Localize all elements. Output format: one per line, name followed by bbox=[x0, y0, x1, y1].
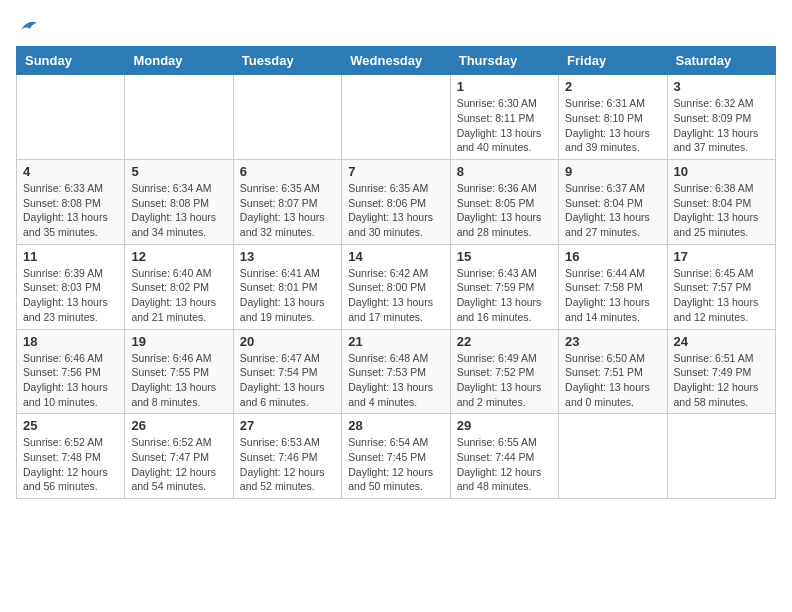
day-info: Sunrise: 6:35 AM Sunset: 8:07 PM Dayligh… bbox=[240, 181, 335, 240]
calendar-cell bbox=[17, 75, 125, 160]
day-header-wednesday: Wednesday bbox=[342, 47, 450, 75]
calendar-cell: 16Sunrise: 6:44 AM Sunset: 7:58 PM Dayli… bbox=[559, 244, 667, 329]
day-number: 18 bbox=[23, 334, 118, 349]
day-info: Sunrise: 6:35 AM Sunset: 8:06 PM Dayligh… bbox=[348, 181, 443, 240]
logo-bird-icon bbox=[18, 16, 38, 36]
calendar-cell: 10Sunrise: 6:38 AM Sunset: 8:04 PM Dayli… bbox=[667, 160, 775, 245]
calendar-cell: 28Sunrise: 6:54 AM Sunset: 7:45 PM Dayli… bbox=[342, 414, 450, 499]
day-info: Sunrise: 6:45 AM Sunset: 7:57 PM Dayligh… bbox=[674, 266, 769, 325]
calendar-cell: 21Sunrise: 6:48 AM Sunset: 7:53 PM Dayli… bbox=[342, 329, 450, 414]
day-number: 1 bbox=[457, 79, 552, 94]
day-header-monday: Monday bbox=[125, 47, 233, 75]
calendar-cell: 26Sunrise: 6:52 AM Sunset: 7:47 PM Dayli… bbox=[125, 414, 233, 499]
day-info: Sunrise: 6:31 AM Sunset: 8:10 PM Dayligh… bbox=[565, 96, 660, 155]
calendar-cell: 13Sunrise: 6:41 AM Sunset: 8:01 PM Dayli… bbox=[233, 244, 341, 329]
day-info: Sunrise: 6:39 AM Sunset: 8:03 PM Dayligh… bbox=[23, 266, 118, 325]
day-header-friday: Friday bbox=[559, 47, 667, 75]
day-number: 10 bbox=[674, 164, 769, 179]
calendar-cell: 6Sunrise: 6:35 AM Sunset: 8:07 PM Daylig… bbox=[233, 160, 341, 245]
logo bbox=[16, 16, 38, 36]
calendar-week-5: 25Sunrise: 6:52 AM Sunset: 7:48 PM Dayli… bbox=[17, 414, 776, 499]
day-number: 26 bbox=[131, 418, 226, 433]
day-info: Sunrise: 6:32 AM Sunset: 8:09 PM Dayligh… bbox=[674, 96, 769, 155]
calendar-cell: 23Sunrise: 6:50 AM Sunset: 7:51 PM Dayli… bbox=[559, 329, 667, 414]
calendar-cell bbox=[125, 75, 233, 160]
day-info: Sunrise: 6:37 AM Sunset: 8:04 PM Dayligh… bbox=[565, 181, 660, 240]
day-number: 28 bbox=[348, 418, 443, 433]
day-info: Sunrise: 6:47 AM Sunset: 7:54 PM Dayligh… bbox=[240, 351, 335, 410]
calendar-cell: 5Sunrise: 6:34 AM Sunset: 8:08 PM Daylig… bbox=[125, 160, 233, 245]
day-number: 4 bbox=[23, 164, 118, 179]
day-info: Sunrise: 6:46 AM Sunset: 7:55 PM Dayligh… bbox=[131, 351, 226, 410]
day-info: Sunrise: 6:52 AM Sunset: 7:47 PM Dayligh… bbox=[131, 435, 226, 494]
day-info: Sunrise: 6:41 AM Sunset: 8:01 PM Dayligh… bbox=[240, 266, 335, 325]
day-number: 22 bbox=[457, 334, 552, 349]
day-number: 7 bbox=[348, 164, 443, 179]
calendar-cell: 14Sunrise: 6:42 AM Sunset: 8:00 PM Dayli… bbox=[342, 244, 450, 329]
day-number: 11 bbox=[23, 249, 118, 264]
calendar-cell: 9Sunrise: 6:37 AM Sunset: 8:04 PM Daylig… bbox=[559, 160, 667, 245]
calendar-cell: 12Sunrise: 6:40 AM Sunset: 8:02 PM Dayli… bbox=[125, 244, 233, 329]
day-info: Sunrise: 6:34 AM Sunset: 8:08 PM Dayligh… bbox=[131, 181, 226, 240]
day-info: Sunrise: 6:49 AM Sunset: 7:52 PM Dayligh… bbox=[457, 351, 552, 410]
calendar-week-2: 4Sunrise: 6:33 AM Sunset: 8:08 PM Daylig… bbox=[17, 160, 776, 245]
day-number: 24 bbox=[674, 334, 769, 349]
day-info: Sunrise: 6:46 AM Sunset: 7:56 PM Dayligh… bbox=[23, 351, 118, 410]
day-number: 5 bbox=[131, 164, 226, 179]
day-number: 14 bbox=[348, 249, 443, 264]
day-info: Sunrise: 6:50 AM Sunset: 7:51 PM Dayligh… bbox=[565, 351, 660, 410]
day-info: Sunrise: 6:38 AM Sunset: 8:04 PM Dayligh… bbox=[674, 181, 769, 240]
day-info: Sunrise: 6:48 AM Sunset: 7:53 PM Dayligh… bbox=[348, 351, 443, 410]
calendar-cell bbox=[559, 414, 667, 499]
day-number: 15 bbox=[457, 249, 552, 264]
day-info: Sunrise: 6:43 AM Sunset: 7:59 PM Dayligh… bbox=[457, 266, 552, 325]
calendar-header-row: SundayMondayTuesdayWednesdayThursdayFrid… bbox=[17, 47, 776, 75]
day-number: 12 bbox=[131, 249, 226, 264]
day-info: Sunrise: 6:30 AM Sunset: 8:11 PM Dayligh… bbox=[457, 96, 552, 155]
day-info: Sunrise: 6:52 AM Sunset: 7:48 PM Dayligh… bbox=[23, 435, 118, 494]
day-number: 27 bbox=[240, 418, 335, 433]
calendar-cell: 20Sunrise: 6:47 AM Sunset: 7:54 PM Dayli… bbox=[233, 329, 341, 414]
calendar-cell: 1Sunrise: 6:30 AM Sunset: 8:11 PM Daylig… bbox=[450, 75, 558, 160]
day-number: 23 bbox=[565, 334, 660, 349]
day-number: 3 bbox=[674, 79, 769, 94]
calendar-week-4: 18Sunrise: 6:46 AM Sunset: 7:56 PM Dayli… bbox=[17, 329, 776, 414]
day-number: 17 bbox=[674, 249, 769, 264]
day-info: Sunrise: 6:33 AM Sunset: 8:08 PM Dayligh… bbox=[23, 181, 118, 240]
day-info: Sunrise: 6:44 AM Sunset: 7:58 PM Dayligh… bbox=[565, 266, 660, 325]
calendar-table: SundayMondayTuesdayWednesdayThursdayFrid… bbox=[16, 46, 776, 499]
day-number: 13 bbox=[240, 249, 335, 264]
calendar-cell: 7Sunrise: 6:35 AM Sunset: 8:06 PM Daylig… bbox=[342, 160, 450, 245]
calendar-week-1: 1Sunrise: 6:30 AM Sunset: 8:11 PM Daylig… bbox=[17, 75, 776, 160]
calendar-cell: 3Sunrise: 6:32 AM Sunset: 8:09 PM Daylig… bbox=[667, 75, 775, 160]
calendar-cell: 25Sunrise: 6:52 AM Sunset: 7:48 PM Dayli… bbox=[17, 414, 125, 499]
calendar-cell: 29Sunrise: 6:55 AM Sunset: 7:44 PM Dayli… bbox=[450, 414, 558, 499]
calendar-cell: 2Sunrise: 6:31 AM Sunset: 8:10 PM Daylig… bbox=[559, 75, 667, 160]
calendar-cell: 4Sunrise: 6:33 AM Sunset: 8:08 PM Daylig… bbox=[17, 160, 125, 245]
day-number: 19 bbox=[131, 334, 226, 349]
day-number: 16 bbox=[565, 249, 660, 264]
calendar-cell: 27Sunrise: 6:53 AM Sunset: 7:46 PM Dayli… bbox=[233, 414, 341, 499]
calendar-cell: 11Sunrise: 6:39 AM Sunset: 8:03 PM Dayli… bbox=[17, 244, 125, 329]
day-info: Sunrise: 6:36 AM Sunset: 8:05 PM Dayligh… bbox=[457, 181, 552, 240]
calendar-cell bbox=[233, 75, 341, 160]
day-number: 2 bbox=[565, 79, 660, 94]
day-info: Sunrise: 6:55 AM Sunset: 7:44 PM Dayligh… bbox=[457, 435, 552, 494]
calendar-cell: 22Sunrise: 6:49 AM Sunset: 7:52 PM Dayli… bbox=[450, 329, 558, 414]
calendar-cell bbox=[667, 414, 775, 499]
calendar-cell: 24Sunrise: 6:51 AM Sunset: 7:49 PM Dayli… bbox=[667, 329, 775, 414]
day-number: 29 bbox=[457, 418, 552, 433]
day-info: Sunrise: 6:54 AM Sunset: 7:45 PM Dayligh… bbox=[348, 435, 443, 494]
calendar-cell: 8Sunrise: 6:36 AM Sunset: 8:05 PM Daylig… bbox=[450, 160, 558, 245]
day-info: Sunrise: 6:51 AM Sunset: 7:49 PM Dayligh… bbox=[674, 351, 769, 410]
day-number: 21 bbox=[348, 334, 443, 349]
day-number: 8 bbox=[457, 164, 552, 179]
day-header-thursday: Thursday bbox=[450, 47, 558, 75]
day-info: Sunrise: 6:40 AM Sunset: 8:02 PM Dayligh… bbox=[131, 266, 226, 325]
day-header-saturday: Saturday bbox=[667, 47, 775, 75]
calendar-body: 1Sunrise: 6:30 AM Sunset: 8:11 PM Daylig… bbox=[17, 75, 776, 499]
day-info: Sunrise: 6:42 AM Sunset: 8:00 PM Dayligh… bbox=[348, 266, 443, 325]
day-number: 6 bbox=[240, 164, 335, 179]
day-number: 25 bbox=[23, 418, 118, 433]
day-header-tuesday: Tuesday bbox=[233, 47, 341, 75]
